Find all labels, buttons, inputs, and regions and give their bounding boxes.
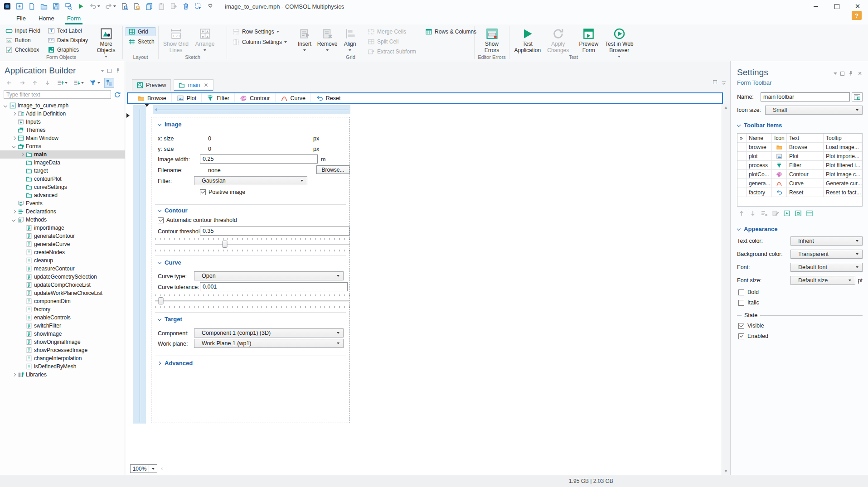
curve-tolerance-input[interactable]: 0.001 xyxy=(200,282,348,291)
tree-chevron-icon[interactable] xyxy=(20,357,24,361)
table-action-button[interactable] xyxy=(772,210,779,218)
refresh-icon[interactable] xyxy=(114,91,121,98)
tree-chevron-icon[interactable] xyxy=(20,185,24,189)
tree-item[interactable]: imageData xyxy=(0,159,125,167)
tree-item[interactable]: showImage xyxy=(0,330,125,338)
qat-button[interactable] xyxy=(194,3,202,10)
filter-combo[interactable]: Gaussian xyxy=(194,176,307,185)
tree-chevron-icon[interactable] xyxy=(20,332,24,336)
tree-item[interactable]: enableControls xyxy=(0,313,125,322)
enabled-checkbox[interactable] xyxy=(738,333,744,339)
tree-item[interactable]: showOriginalImage xyxy=(0,338,125,346)
tree-toolbar-button[interactable] xyxy=(17,78,27,88)
section-collapse-icon[interactable] xyxy=(158,261,161,265)
grid-margin-column[interactable] xyxy=(133,105,146,424)
tree-chevron-icon[interactable] xyxy=(20,251,24,255)
qat-button[interactable] xyxy=(89,3,100,10)
tree-item[interactable]: main xyxy=(0,150,125,159)
ribbon-big-button[interactable]: Test Application xyxy=(512,26,543,54)
tree-item[interactable]: factory xyxy=(0,305,125,313)
qat-button[interactable] xyxy=(16,3,23,10)
ribbon-small-button[interactable]: Column Settings xyxy=(230,38,290,47)
tree-chevron-icon[interactable] xyxy=(20,193,24,198)
panel-close-icon[interactable]: ✕ xyxy=(857,71,863,76)
form-toolbar-button[interactable]: Plot xyxy=(172,93,202,103)
ribbon-small-button[interactable]: Sketch xyxy=(126,37,155,46)
tree-chevron-icon[interactable] xyxy=(20,348,24,352)
qat-button[interactable] xyxy=(77,3,84,10)
bold-checkbox[interactable] xyxy=(738,289,744,295)
tree-item[interactable]: measureContour xyxy=(0,265,125,273)
ribbon-tab[interactable]: Home xyxy=(32,13,61,24)
qat-button[interactable] xyxy=(53,3,60,10)
rename-button[interactable] xyxy=(852,92,863,101)
ribbon-big-button[interactable]: Insert xyxy=(293,26,316,51)
tree-item[interactable]: generateCurve xyxy=(0,240,125,248)
qat-button[interactable] xyxy=(145,3,153,10)
tree-toolbar-button[interactable] xyxy=(55,78,69,88)
canvas-vertical-scrollbar[interactable]: ▲ ▼ xyxy=(722,104,730,475)
ribbon-small-button[interactable]: Text Label xyxy=(45,26,91,35)
tree-chevron-icon[interactable] xyxy=(20,226,24,230)
toolbar-items-table[interactable]: » Name Icon Text Tooltip browse Browse xyxy=(737,133,863,207)
zoom-caret-button[interactable] xyxy=(149,464,157,473)
ribbon-big-button[interactable]: Remove xyxy=(316,26,339,51)
positive-image-checkbox[interactable] xyxy=(200,189,206,195)
qat-button[interactable] xyxy=(4,3,11,10)
section-collapse-icon[interactable] xyxy=(737,227,741,231)
table-action-button[interactable] xyxy=(795,210,802,218)
panel-pin-icon[interactable] xyxy=(115,68,121,74)
panel-float-icon[interactable] xyxy=(107,69,112,73)
panel-menu-icon[interactable] xyxy=(101,70,104,72)
ribbon-small-button[interactable]: Merge Cells xyxy=(365,27,419,36)
text-color-combo[interactable]: Inherit xyxy=(790,236,863,246)
qat-button[interactable] xyxy=(182,3,189,10)
toolbar-items-row[interactable]: plotCo... Contour Plot image c... xyxy=(737,170,862,179)
scroll-up-icon[interactable]: ▲ xyxy=(724,105,728,110)
auto-threshold-checkbox[interactable] xyxy=(158,217,164,223)
section-collapse-icon[interactable] xyxy=(158,123,161,126)
tree-toolbar-button[interactable] xyxy=(88,78,102,88)
tab-close-icon[interactable]: ✕ xyxy=(204,82,209,88)
tree-chevron-icon[interactable] xyxy=(12,145,16,149)
tree-toolbar-button[interactable] xyxy=(30,78,40,88)
tree-chevron-icon[interactable] xyxy=(20,153,24,157)
show-errors-button[interactable]: Show Errors xyxy=(477,26,506,54)
tree-chevron-icon[interactable] xyxy=(20,242,24,246)
tree-chevron-icon[interactable] xyxy=(20,340,24,344)
header-resize-handle[interactable]: » xyxy=(737,134,747,142)
ribbon-small-button[interactable]: Input Field xyxy=(3,26,43,35)
italic-checkbox[interactable] xyxy=(738,300,744,306)
contour-threshold-input[interactable]: 0.35 xyxy=(200,227,349,236)
tree-item[interactable]: generateContour xyxy=(0,232,125,240)
tree-chevron-icon[interactable] xyxy=(20,324,24,328)
tree-item[interactable]: changeInterpolation xyxy=(0,354,125,362)
background-color-combo[interactable]: Transparent xyxy=(790,250,863,259)
column-header[interactable]: Tooltip xyxy=(824,134,862,142)
canvas-zoom-control[interactable]: 100% xyxy=(130,464,157,473)
table-action-button[interactable] xyxy=(761,210,768,218)
ribbon-big-button[interactable]: Align xyxy=(339,26,361,51)
minimize-button[interactable] xyxy=(805,0,826,13)
tree-chevron-icon[interactable] xyxy=(20,283,24,287)
qat-button[interactable] xyxy=(40,3,48,10)
tree-item[interactable]: updateCompChoiceList xyxy=(0,281,125,289)
tree-item[interactable]: componentDim xyxy=(0,297,125,305)
image-width-input[interactable]: 0.25 xyxy=(200,154,318,164)
tree-toolbar-button[interactable] xyxy=(104,78,114,88)
slider-handle[interactable] xyxy=(158,297,163,304)
editor-float-icon[interactable] xyxy=(713,80,717,84)
tree-item[interactable]: cleanup xyxy=(0,256,125,265)
tree-chevron-icon[interactable] xyxy=(20,177,24,181)
form-toolbar-button[interactable]: Reset xyxy=(311,93,346,103)
grid-margin-row[interactable] xyxy=(153,105,350,114)
qat-button[interactable] xyxy=(158,3,165,10)
section-collapse-icon[interactable] xyxy=(737,124,741,127)
tree-item[interactable]: showProcessedImage xyxy=(0,346,125,354)
tree-chevron-icon[interactable] xyxy=(12,128,16,132)
tree-item[interactable]: Libraries xyxy=(0,371,125,379)
ribbon-small-button[interactable]: Data Display xyxy=(45,36,91,45)
panel-float-icon[interactable] xyxy=(840,72,844,76)
form-toolbar-button[interactable]: Browse xyxy=(132,93,172,103)
tree-chevron-icon[interactable] xyxy=(12,202,16,206)
